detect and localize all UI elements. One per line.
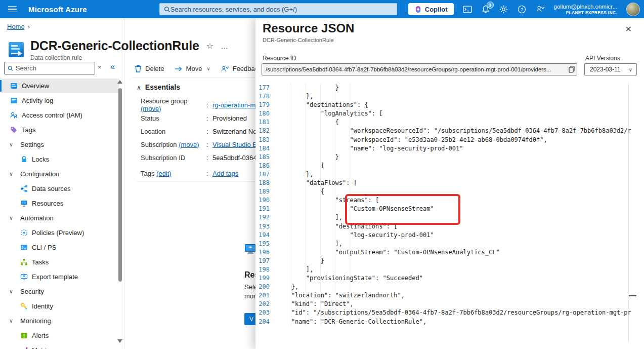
sidebar-nav: OverviewActivity logAccess control (IAM)… bbox=[0, 79, 119, 349]
scrollbar-down-arrow[interactable] bbox=[117, 339, 122, 343]
sidebar-item-cli-ps[interactable]: CLI / PS bbox=[0, 240, 119, 255]
line-number: 184 bbox=[255, 144, 277, 153]
breadcrumb-home-link[interactable]: Home bbox=[7, 23, 25, 30]
essentials-title: Essentials bbox=[145, 83, 180, 91]
colon: : bbox=[206, 128, 212, 135]
essentials-value-link[interactable]: rg-operation-mgt bbox=[212, 101, 261, 109]
colon: : bbox=[206, 114, 212, 122]
sidebar-item-alerts[interactable]: Alerts bbox=[0, 328, 119, 343]
copy-icon[interactable] bbox=[567, 66, 577, 73]
code-line: 193 "destinations": [ bbox=[255, 222, 644, 231]
feedback-icon[interactable] bbox=[536, 5, 545, 14]
settings-gear-icon[interactable] bbox=[499, 5, 508, 14]
chevron-down-icon: ∨ bbox=[206, 66, 210, 71]
sidebar-item-label: Monitoring bbox=[20, 317, 51, 325]
cloud-shell-icon[interactable] bbox=[463, 5, 472, 14]
sidebar-item-activity-log[interactable]: Activity log bbox=[0, 93, 119, 108]
data-collection-rule-icon bbox=[7, 41, 25, 59]
sidebar-item-configuration[interactable]: ∨Configuration bbox=[0, 167, 119, 181]
close-icon[interactable]: ✕ bbox=[625, 24, 632, 34]
sidebar-search[interactable] bbox=[4, 62, 95, 74]
code-line: 191 "Custom-OPNsenseStream" bbox=[255, 205, 644, 213]
sidebar-item-monitoring[interactable]: ∨Monitoring bbox=[0, 314, 119, 328]
chevron-down-icon: ∨ bbox=[9, 215, 16, 221]
metrics-icon bbox=[20, 346, 28, 349]
sidebar-item-security[interactable]: ∨Security bbox=[0, 284, 119, 299]
chevron-down-icon: ∨ bbox=[9, 141, 16, 148]
search-icon bbox=[164, 6, 170, 13]
sidebar-scrollbar[interactable] bbox=[118, 88, 122, 282]
line-number: 195 bbox=[255, 240, 277, 248]
line-text: { bbox=[277, 118, 339, 127]
copilot-icon bbox=[414, 6, 422, 13]
line-text: "id": "/subscriptions/5ea5dbdf-0364-4fb7… bbox=[277, 308, 631, 317]
favorite-star-icon[interactable]: ☆ bbox=[206, 41, 213, 51]
collapse-sidebar-icon[interactable]: « bbox=[110, 62, 115, 71]
colon: : bbox=[206, 154, 212, 162]
global-search[interactable] bbox=[159, 3, 397, 15]
more-options-icon[interactable]: … bbox=[221, 42, 229, 50]
sidebar-item-export-template[interactable]: Export template bbox=[0, 269, 119, 284]
essentials-label: Location bbox=[141, 128, 206, 135]
sidebar-item-tasks[interactable]: Tasks bbox=[0, 255, 119, 269]
line-number: 193 bbox=[255, 222, 277, 231]
code-line: 185 } bbox=[255, 153, 644, 162]
sidebar-item-label: Settings bbox=[20, 141, 44, 148]
sidebar-item-automation[interactable]: ∨Automation bbox=[0, 211, 119, 225]
sidebar-item-tags[interactable]: Tags bbox=[0, 123, 119, 137]
sidebar-item-label: Configuration bbox=[20, 170, 59, 178]
hamburger-menu-icon[interactable] bbox=[0, 0, 24, 18]
notifications-bell-icon[interactable]: 3 bbox=[481, 5, 490, 14]
line-number: 186 bbox=[255, 162, 277, 170]
account-menu[interactable]: gollum@plnxch.onmicr... PLANET EXPRESS I… bbox=[554, 3, 617, 16]
avatar[interactable] bbox=[626, 3, 640, 16]
json-code-editor[interactable]: 177 }178 },179 "destinations": {180 "log… bbox=[255, 82, 644, 349]
svg-text:?: ? bbox=[521, 6, 523, 12]
code-line: 182 "workspaceResourceId": "/subscriptio… bbox=[255, 127, 644, 135]
essentials-label-link[interactable]: (move) bbox=[141, 105, 161, 112]
resource-id-label: Resource ID bbox=[263, 55, 296, 62]
line-number: 180 bbox=[255, 109, 277, 118]
sidebar-item-label: Metrics bbox=[32, 346, 53, 349]
essentials-label-link[interactable]: (move) bbox=[179, 141, 199, 148]
sidebar-item-metrics[interactable]: Metrics bbox=[0, 343, 119, 349]
sidebar-item-identity[interactable]: Identity bbox=[0, 299, 119, 314]
code-line: 183 "workspaceId": "e53d3aa0-25b2-4e12-a… bbox=[255, 136, 644, 144]
sidebar-item-access-control-iam[interactable]: Access control (IAM) bbox=[0, 108, 119, 123]
line-text: "Custom-OPNsenseStream" bbox=[277, 205, 434, 213]
essentials-row: Status:Provisioned bbox=[141, 111, 266, 125]
sidebar-item-data-sources[interactable]: Data sources bbox=[0, 181, 119, 196]
clear-search-icon[interactable]: × bbox=[98, 63, 102, 71]
azure-brand[interactable]: Microsoft Azure bbox=[28, 5, 87, 14]
line-text: "logAnalytics": [ bbox=[277, 109, 383, 118]
sidebar-item-label: CLI / PS bbox=[32, 244, 56, 251]
help-icon[interactable]: ? bbox=[518, 5, 527, 14]
essentials-value: Provisioned bbox=[212, 114, 247, 122]
api-version-select[interactable]: 2023-03-11 ∨ bbox=[584, 63, 637, 75]
move-button[interactable]: Move ∨ bbox=[171, 63, 213, 74]
sidebar-item-policies-preview[interactable]: Policies (Preview) bbox=[0, 225, 119, 240]
sidebar-item-settings[interactable]: ∨Settings bbox=[0, 137, 119, 152]
delete-button[interactable]: Delete bbox=[132, 63, 167, 74]
sidebar: × « OverviewActivity logAccess control (… bbox=[0, 18, 124, 349]
essentials-header[interactable]: ∧Essentials bbox=[137, 83, 180, 91]
sidebar-item-resources[interactable]: Resources bbox=[0, 196, 119, 211]
copilot-button[interactable]: Copilot bbox=[408, 3, 454, 15]
code-line: 177 } bbox=[255, 84, 644, 92]
essentials-value-link[interactable]: Add tags bbox=[212, 170, 238, 177]
sidebar-item-label: Data sources bbox=[32, 185, 71, 192]
sidebar-item-overview[interactable]: Overview bbox=[0, 79, 119, 93]
scrollbar-up-arrow[interactable] bbox=[117, 80, 122, 84]
essentials-label: Resource group (move) bbox=[141, 97, 206, 112]
sidebar-item-locks[interactable]: Locks bbox=[0, 152, 119, 167]
line-number: 201 bbox=[255, 291, 277, 300]
essentials-value: Add tags bbox=[212, 170, 238, 177]
line-number: 183 bbox=[255, 136, 277, 144]
essentials-label: Status bbox=[141, 114, 206, 122]
sidebar-search-input[interactable] bbox=[16, 64, 92, 72]
panel-title: Resource JSON bbox=[263, 21, 354, 35]
essentials-label-link[interactable]: (edit) bbox=[156, 170, 171, 177]
code-line: 178 }, bbox=[255, 92, 644, 101]
global-search-input[interactable] bbox=[170, 6, 393, 13]
resource-id-input[interactable] bbox=[262, 66, 567, 72]
